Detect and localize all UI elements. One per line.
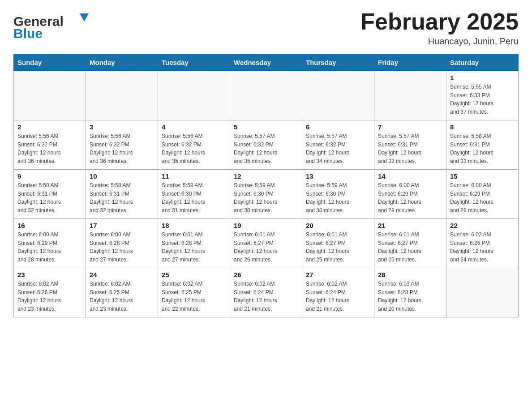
weekday-header-cell: Wednesday	[230, 54, 302, 71]
day-number: 18	[162, 222, 226, 229]
calendar-day-cell: 21Sunrise: 6:01 AMSunset: 6:27 PMDayligh…	[374, 219, 446, 268]
calendar-day-cell: 23Sunrise: 6:02 AMSunset: 6:26 PMDayligh…	[14, 268, 86, 317]
calendar-day-cell: 6Sunrise: 5:57 AMSunset: 6:32 PMDaylight…	[302, 120, 374, 170]
day-number: 23	[17, 271, 82, 278]
day-info: Sunrise: 5:57 AMSunset: 6:32 PMDaylight:…	[234, 132, 298, 165]
weekday-header-cell: Tuesday	[158, 54, 230, 71]
day-number: 11	[162, 172, 226, 180]
weekday-header-cell: Thursday	[302, 54, 374, 71]
svg-marker-1	[80, 13, 89, 21]
day-info: Sunrise: 6:02 AMSunset: 6:26 PMDaylight:…	[450, 231, 515, 264]
day-number: 10	[90, 172, 154, 180]
calendar-day-cell	[302, 71, 374, 120]
calendar-day-cell: 17Sunrise: 6:00 AMSunset: 6:28 PMDayligh…	[86, 219, 158, 268]
day-number: 5	[234, 123, 298, 131]
weekday-header-cell: Saturday	[446, 54, 519, 71]
calendar-day-cell	[86, 71, 158, 120]
day-info: Sunrise: 5:56 AMSunset: 6:32 PMDaylight:…	[162, 132, 226, 165]
day-info: Sunrise: 6:02 AMSunset: 6:26 PMDaylight:…	[17, 280, 82, 313]
day-info: Sunrise: 5:59 AMSunset: 6:30 PMDaylight:…	[234, 181, 298, 214]
day-number: 14	[378, 172, 442, 180]
day-number: 20	[306, 222, 370, 229]
day-number: 1	[450, 74, 515, 81]
day-info: Sunrise: 6:01 AMSunset: 6:27 PMDaylight:…	[378, 231, 442, 264]
calendar-day-cell: 19Sunrise: 6:01 AMSunset: 6:27 PMDayligh…	[230, 219, 302, 268]
day-info: Sunrise: 6:01 AMSunset: 6:28 PMDaylight:…	[162, 231, 226, 264]
calendar-week-row: 2Sunrise: 5:56 AMSunset: 6:32 PMDaylight…	[14, 120, 519, 170]
day-number: 16	[17, 222, 82, 229]
day-info: Sunrise: 6:02 AMSunset: 6:25 PMDaylight:…	[162, 280, 226, 313]
day-number: 15	[450, 172, 515, 180]
calendar-week-row: 16Sunrise: 6:00 AMSunset: 6:29 PMDayligh…	[14, 219, 519, 268]
day-number: 13	[306, 172, 370, 180]
calendar-day-cell: 7Sunrise: 5:57 AMSunset: 6:31 PMDaylight…	[374, 120, 446, 170]
day-info: Sunrise: 6:03 AMSunset: 6:23 PMDaylight:…	[378, 280, 442, 313]
day-number: 19	[234, 222, 298, 229]
calendar-day-cell: 22Sunrise: 6:02 AMSunset: 6:26 PMDayligh…	[446, 219, 519, 268]
day-info: Sunrise: 6:00 AMSunset: 6:29 PMDaylight:…	[378, 181, 442, 214]
day-info: Sunrise: 5:56 AMSunset: 6:32 PMDaylight:…	[17, 132, 82, 165]
weekday-header-cell: Friday	[374, 54, 446, 71]
calendar-day-cell: 10Sunrise: 5:58 AMSunset: 6:31 PMDayligh…	[86, 170, 158, 219]
calendar-day-cell	[230, 71, 302, 120]
calendar-day-cell: 2Sunrise: 5:56 AMSunset: 6:32 PMDaylight…	[14, 120, 86, 170]
calendar-day-cell	[158, 71, 230, 120]
calendar-day-cell: 14Sunrise: 6:00 AMSunset: 6:29 PMDayligh…	[374, 170, 446, 219]
calendar-week-row: 1Sunrise: 5:55 AMSunset: 6:33 PMDaylight…	[14, 71, 519, 120]
calendar-day-cell	[14, 71, 86, 120]
weekday-header-cell: Sunday	[14, 54, 86, 71]
month-title: February 2025	[360, 9, 519, 34]
day-info: Sunrise: 5:59 AMSunset: 6:30 PMDaylight:…	[162, 181, 226, 214]
day-number: 17	[90, 222, 154, 229]
day-number: 24	[90, 271, 154, 278]
svg-text:Blue: Blue	[13, 26, 43, 40]
calendar-week-row: 9Sunrise: 5:58 AMSunset: 6:31 PMDaylight…	[14, 170, 519, 219]
calendar-day-cell: 20Sunrise: 6:01 AMSunset: 6:27 PMDayligh…	[302, 219, 374, 268]
day-number: 12	[234, 172, 298, 180]
day-number: 27	[306, 271, 370, 278]
day-number: 6	[306, 123, 370, 131]
logo: General Blue	[13, 9, 94, 40]
day-number: 28	[378, 271, 442, 278]
day-info: Sunrise: 5:58 AMSunset: 6:31 PMDaylight:…	[17, 181, 82, 214]
calendar-day-cell: 16Sunrise: 6:00 AMSunset: 6:29 PMDayligh…	[14, 219, 86, 268]
day-info: Sunrise: 6:01 AMSunset: 6:27 PMDaylight:…	[234, 231, 298, 264]
day-number: 21	[378, 222, 442, 229]
day-info: Sunrise: 5:59 AMSunset: 6:30 PMDaylight:…	[306, 181, 370, 214]
calendar-day-cell: 8Sunrise: 5:58 AMSunset: 6:31 PMDaylight…	[446, 120, 519, 170]
calendar-day-cell: 9Sunrise: 5:58 AMSunset: 6:31 PMDaylight…	[14, 170, 86, 219]
calendar-day-cell: 18Sunrise: 6:01 AMSunset: 6:28 PMDayligh…	[158, 219, 230, 268]
day-number: 8	[450, 123, 515, 131]
day-info: Sunrise: 6:02 AMSunset: 6:24 PMDaylight:…	[306, 280, 370, 313]
calendar-day-cell: 26Sunrise: 6:02 AMSunset: 6:24 PMDayligh…	[230, 268, 302, 317]
calendar-day-cell: 4Sunrise: 5:56 AMSunset: 6:32 PMDaylight…	[158, 120, 230, 170]
calendar-week-row: 23Sunrise: 6:02 AMSunset: 6:26 PMDayligh…	[14, 268, 519, 317]
day-number: 7	[378, 123, 442, 131]
title-block: February 2025 Huancayo, Junin, Peru	[360, 9, 519, 47]
calendar-day-cell: 12Sunrise: 5:59 AMSunset: 6:30 PMDayligh…	[230, 170, 302, 219]
day-info: Sunrise: 6:00 AMSunset: 6:28 PMDaylight:…	[90, 231, 154, 264]
calendar-body: 1Sunrise: 5:55 AMSunset: 6:33 PMDaylight…	[14, 71, 519, 317]
calendar-table: SundayMondayTuesdayWednesdayThursdayFrid…	[13, 54, 519, 317]
day-info: Sunrise: 5:58 AMSunset: 6:31 PMDaylight:…	[90, 181, 154, 214]
day-info: Sunrise: 6:02 AMSunset: 6:24 PMDaylight:…	[234, 280, 298, 313]
day-number: 25	[162, 271, 226, 278]
calendar-day-cell: 13Sunrise: 5:59 AMSunset: 6:30 PMDayligh…	[302, 170, 374, 219]
calendar-day-cell: 25Sunrise: 6:02 AMSunset: 6:25 PMDayligh…	[158, 268, 230, 317]
calendar-day-cell: 27Sunrise: 6:02 AMSunset: 6:24 PMDayligh…	[302, 268, 374, 317]
weekday-header-row: SundayMondayTuesdayWednesdayThursdayFrid…	[14, 54, 519, 71]
calendar-day-cell	[446, 268, 519, 317]
calendar-day-cell: 1Sunrise: 5:55 AMSunset: 6:33 PMDaylight…	[446, 71, 519, 120]
calendar-day-cell: 11Sunrise: 5:59 AMSunset: 6:30 PMDayligh…	[158, 170, 230, 219]
day-number: 26	[234, 271, 298, 278]
calendar-day-cell	[374, 71, 446, 120]
day-info: Sunrise: 6:01 AMSunset: 6:27 PMDaylight:…	[306, 231, 370, 264]
calendar-day-cell: 3Sunrise: 5:56 AMSunset: 6:32 PMDaylight…	[86, 120, 158, 170]
day-info: Sunrise: 5:58 AMSunset: 6:31 PMDaylight:…	[450, 132, 515, 165]
day-number: 3	[90, 123, 154, 131]
calendar-day-cell: 5Sunrise: 5:57 AMSunset: 6:32 PMDaylight…	[230, 120, 302, 170]
weekday-header-cell: Monday	[86, 54, 158, 71]
logo-svg: General Blue	[13, 9, 94, 40]
day-info: Sunrise: 5:57 AMSunset: 6:31 PMDaylight:…	[378, 132, 442, 165]
day-number: 22	[450, 222, 515, 229]
